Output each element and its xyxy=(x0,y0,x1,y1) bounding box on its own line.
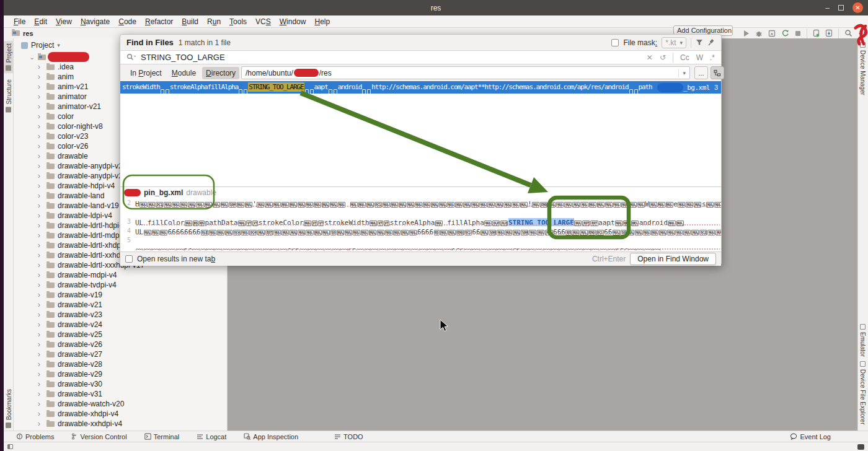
chevron-right-icon[interactable] xyxy=(38,113,45,120)
tree-item-folder[interactable]: drawable-v29 xyxy=(14,369,227,379)
chevron-right-icon[interactable] xyxy=(38,272,45,278)
tool-tab-problems[interactable]: Problems xyxy=(16,433,54,440)
chevron-right-icon[interactable] xyxy=(38,212,45,219)
menu-item[interactable]: Run xyxy=(203,16,225,27)
layout-toggle-icon[interactable] xyxy=(7,444,13,449)
chevron-right-icon[interactable] xyxy=(38,242,45,248)
chevron-right-icon[interactable] xyxy=(38,312,45,318)
search-history-icon[interactable]: ↺ xyxy=(660,53,666,62)
event-log-button[interactable]: Event Log xyxy=(790,433,831,440)
chevron-right-icon[interactable] xyxy=(38,371,45,377)
menu-item[interactable]: Help xyxy=(310,16,334,27)
tree-item-folder[interactable]: drawable-watch-v20 xyxy=(14,399,227,409)
maximize-button[interactable] xyxy=(838,5,844,11)
chevron-down-icon[interactable]: ▾ xyxy=(678,69,686,77)
tool-tab-bookmarks[interactable]: Bookmarks xyxy=(4,387,14,431)
chevron-right-icon[interactable] xyxy=(38,163,45,169)
sync-gradle-icon[interactable] xyxy=(781,29,789,37)
tool-tab-app-inspection[interactable]: App Inspection xyxy=(244,433,298,440)
pin-icon[interactable] xyxy=(707,37,715,48)
chevron-right-icon[interactable] xyxy=(38,74,45,80)
tree-item-folder[interactable]: drawable-v23 xyxy=(14,310,227,320)
menu-item[interactable]: VCS xyxy=(251,16,275,27)
chevron-right-icon[interactable] xyxy=(38,173,45,179)
chevron-right-icon[interactable] xyxy=(38,302,45,308)
menu-item[interactable]: Tools xyxy=(225,16,251,27)
chevron-right-icon[interactable] xyxy=(38,421,45,427)
tool-tab-version-control[interactable]: Version Control xyxy=(71,433,126,440)
settings-gear-icon[interactable] xyxy=(858,29,866,37)
chevron-right-icon[interactable] xyxy=(38,411,45,417)
tool-tab-terminal[interactable]: Terminal xyxy=(144,433,180,440)
tree-item-folder[interactable]: drawable-v28 xyxy=(14,359,227,369)
chevron-right-icon[interactable] xyxy=(38,252,45,258)
open-in-find-window-button[interactable]: Open in Find Window xyxy=(630,253,716,265)
tree-item-folder[interactable]: drawable-v30 xyxy=(14,379,227,389)
tree-item-folder[interactable]: drawable-mdpi-v4 xyxy=(14,270,227,280)
tree-item-folder[interactable]: drawable-xxhdpi-v4 xyxy=(14,419,227,429)
chevron-right-icon[interactable] xyxy=(38,203,45,209)
tree-item-folder[interactable]: drawable-v19 xyxy=(14,290,227,300)
stop-icon[interactable] xyxy=(795,30,801,37)
tree-item-folder[interactable]: drawable-xhdpi-v4 xyxy=(14,409,227,419)
chevron-right-icon[interactable] xyxy=(38,401,45,407)
browse-directory-button[interactable]: ... xyxy=(694,66,708,79)
chevron-right-icon[interactable] xyxy=(38,193,45,199)
menu-item[interactable]: Build xyxy=(177,16,203,27)
menu-item[interactable]: View xyxy=(51,16,76,27)
clear-search-icon[interactable]: ✕ xyxy=(647,53,653,62)
chevron-right-icon[interactable] xyxy=(38,94,45,100)
tree-item-folder[interactable]: drawable-v25 xyxy=(14,330,227,339)
debug-icon[interactable] xyxy=(755,30,763,37)
menu-item[interactable]: Edit xyxy=(30,16,51,27)
menu-item[interactable]: Code xyxy=(114,16,141,27)
menu-item[interactable]: Window xyxy=(275,16,311,27)
chevron-right-icon[interactable] xyxy=(38,84,45,90)
search-result-row[interactable]: strokeWidthNULNULstrokeAlphafillAlphaNUL… xyxy=(120,81,721,94)
search-query-input[interactable]: STRING_TOO_LARGE xyxy=(141,53,225,62)
chevron-right-icon[interactable] xyxy=(38,322,45,328)
tree-item-folder[interactable]: drawable-v31 xyxy=(14,389,227,399)
minimize-button[interactable]: – xyxy=(825,3,830,13)
tool-tab-todo[interactable]: TODO xyxy=(334,433,363,440)
chevron-right-icon[interactable] xyxy=(38,351,45,357)
tree-item-folder[interactable]: drawable-v24 xyxy=(14,320,227,330)
tool-tab-project[interactable]: Project xyxy=(4,41,14,73)
search-everywhere-icon[interactable] xyxy=(844,29,852,37)
chevron-right-icon[interactable] xyxy=(38,232,45,239)
tool-tab-device-file-explorer[interactable]: Device File Explorer xyxy=(858,359,867,426)
chevron-right-icon[interactable] xyxy=(38,133,45,139)
chevron-right-icon[interactable] xyxy=(38,292,45,298)
chevron-right-icon[interactable] xyxy=(38,143,45,149)
breadcrumb[interactable]: res xyxy=(23,30,33,37)
run-icon[interactable] xyxy=(743,30,750,37)
preview-code[interactable]: 2 HNULNULDC1NULNULNULNULNULNULNULNULSOHN… xyxy=(120,198,721,250)
directory-path-input[interactable]: /home/ubuntu//res ▾ xyxy=(241,66,690,79)
menu-item[interactable]: File xyxy=(9,16,30,27)
scope-tab[interactable]: Directory xyxy=(202,67,239,79)
chevron-expanded-icon[interactable] xyxy=(29,54,37,60)
sdk-manager-icon[interactable] xyxy=(825,29,833,37)
chevron-right-icon[interactable] xyxy=(38,262,45,268)
chevron-right-icon[interactable] xyxy=(38,103,45,110)
chevron-right-icon[interactable] xyxy=(38,123,45,129)
close-button[interactable]: ✕ xyxy=(852,2,863,13)
chevron-right-icon[interactable] xyxy=(38,183,45,189)
file-mask-checkbox[interactable] xyxy=(611,39,619,46)
chevron-right-icon[interactable] xyxy=(38,153,45,159)
preview-file-tab[interactable]: pin_bg.xml drawable xyxy=(120,187,721,198)
tree-item-folder[interactable]: drawable-tvdpi-v4 xyxy=(14,280,227,290)
chevron-right-icon[interactable] xyxy=(38,222,45,229)
chevron-right-icon[interactable] xyxy=(38,381,45,387)
chevron-right-icon[interactable] xyxy=(38,341,45,348)
tool-tab-device-manager[interactable]: Device Manager xyxy=(858,40,867,97)
chevron-right-icon[interactable] xyxy=(38,282,45,288)
chevron-right-icon[interactable] xyxy=(38,361,45,367)
whole-words-toggle[interactable]: W xyxy=(696,53,703,62)
tool-tab-structure[interactable]: Structure xyxy=(4,77,14,115)
menu-item[interactable]: Navigate xyxy=(76,16,114,27)
profiler-icon[interactable] xyxy=(768,30,776,37)
file-mask-combo[interactable]: *.kt▾ xyxy=(662,37,686,48)
tool-tab-logcat[interactable]: Logcat xyxy=(197,433,226,440)
match-case-toggle[interactable]: Cc xyxy=(680,53,689,62)
